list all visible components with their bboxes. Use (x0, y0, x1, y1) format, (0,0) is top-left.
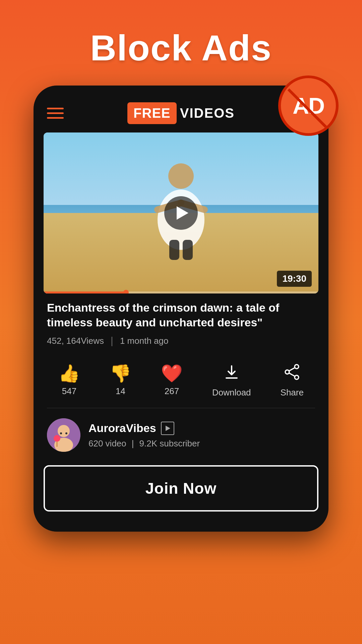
svg-point-13 (58, 425, 70, 437)
hamburger-menu-button[interactable] (47, 108, 64, 119)
hamburger-line-2 (47, 112, 64, 114)
svg-point-15 (60, 432, 62, 434)
hamburger-line-1 (47, 108, 64, 109)
view-count: 452, 164Views (47, 336, 104, 346)
video-info: Enchantress of the crimson dawn: a tale … (44, 293, 318, 346)
svg-rect-4 (169, 240, 179, 260)
share-button[interactable]: Share (281, 363, 304, 398)
progress-dot (123, 290, 129, 293)
meta-divider: | (111, 335, 113, 346)
channel-info: AuroraVibes 620 video | 9.2K subscriber (88, 422, 315, 449)
thumbs-up-icon: 👍 (58, 365, 80, 382)
video-player[interactable]: 19:30 (44, 132, 318, 293)
svg-line-11 (289, 373, 295, 376)
channel-name: AuroraVibes (88, 422, 156, 435)
join-now-button[interactable]: Join Now (44, 465, 318, 512)
ad-badge-text: AD (293, 93, 324, 119)
app-logo: FREE VIDEOS (127, 102, 235, 124)
heart-icon: ❤️ (161, 365, 183, 382)
video-count: 620 video (88, 438, 126, 449)
video-progress-bar[interactable] (44, 291, 318, 293)
channel-stats: 620 video | 9.2K subscriber (88, 438, 315, 449)
action-row: 👍 547 👎 14 ❤️ 267 Download (44, 360, 318, 408)
heart-count: 267 (165, 386, 179, 396)
dislike-count: 14 (116, 386, 125, 396)
channel-avatar (47, 418, 80, 452)
section-divider (47, 408, 315, 408)
svg-line-10 (289, 368, 295, 371)
phone-mockup: AD FREE VIDEOS (34, 86, 328, 532)
share-icon (283, 363, 301, 383)
play-button[interactable] (164, 196, 198, 230)
play-icon (177, 206, 188, 220)
svg-point-17 (54, 435, 60, 442)
logo-free-text: FREE (127, 102, 177, 124)
video-meta: 452, 164Views | 1 month ago (47, 335, 315, 346)
hamburger-line-3 (47, 117, 64, 119)
channel-play-triangle (166, 426, 170, 431)
progress-fill (44, 291, 126, 293)
video-duration-badge: 19:30 (277, 271, 312, 287)
subscriber-count: 9.2K subscriber (139, 438, 200, 449)
video-title: Enchantress of the crimson dawn: a tale … (47, 300, 315, 330)
time-ago: 1 month ago (120, 336, 169, 346)
like-count: 547 (62, 386, 76, 396)
heart-button[interactable]: ❤️ 267 (161, 365, 183, 396)
share-label: Share (281, 387, 304, 398)
svg-rect-5 (183, 240, 193, 260)
download-icon (223, 363, 240, 383)
dislike-button[interactable]: 👎 14 (110, 365, 131, 396)
svg-point-0 (168, 163, 194, 189)
stats-divider: | (132, 438, 134, 449)
channel-name-row: AuroraVibes (88, 422, 315, 435)
top-nav: FREE VIDEOS (44, 102, 318, 124)
download-label: Download (212, 387, 251, 398)
ad-block-badge: AD (278, 75, 339, 136)
download-button[interactable]: Download (212, 363, 251, 398)
thumbs-down-icon: 👎 (110, 365, 131, 382)
logo-videos-text: VIDEOS (180, 106, 235, 121)
channel-play-icon[interactable] (161, 422, 174, 435)
svg-point-16 (65, 432, 67, 434)
channel-row: AuroraVibes 620 video | 9.2K subscriber (44, 418, 318, 465)
page-title: Block Ads (90, 27, 272, 69)
like-button[interactable]: 👍 547 (58, 365, 80, 396)
